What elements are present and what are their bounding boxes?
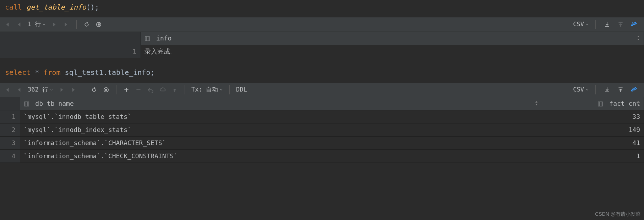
revert-icon[interactable] bbox=[146, 85, 155, 95]
first-page-icon[interactable] bbox=[2, 85, 12, 95]
header-row: db_tb_name fact_cnt bbox=[0, 97, 644, 110]
row-number: 2 bbox=[0, 123, 20, 137]
cell-db-tb-name[interactable]: `mysql`.`innodb_table_stats` bbox=[20, 110, 542, 123]
export-format-label: CSV bbox=[573, 20, 584, 29]
separator bbox=[185, 85, 185, 94]
sql-keyword: call bbox=[5, 3, 22, 11]
upload-icon[interactable] bbox=[616, 85, 626, 95]
last-page-icon[interactable] bbox=[69, 85, 79, 95]
separator bbox=[76, 20, 77, 29]
sql-punct: ; bbox=[150, 68, 154, 77]
export-format-dropdown[interactable]: CSV bbox=[573, 20, 589, 29]
chevron-down-icon bbox=[219, 88, 223, 92]
sql-identifier: sql_test1.table_info bbox=[65, 68, 151, 77]
column-icon bbox=[144, 36, 150, 42]
remove-row-icon[interactable] bbox=[133, 85, 143, 95]
first-page-icon[interactable] bbox=[2, 20, 12, 29]
table-row[interactable]: 2 `mysql`.`innodb_index_stats` 149 bbox=[0, 123, 644, 137]
tx-mode-label: Tx: 自动 bbox=[191, 86, 218, 94]
sql-keyword: select bbox=[5, 68, 31, 77]
sql-function: get_table_info bbox=[26, 3, 86, 11]
separator bbox=[229, 85, 230, 94]
download-icon[interactable] bbox=[602, 20, 612, 29]
prev-page-icon[interactable] bbox=[14, 20, 24, 29]
column-header-fact-cnt[interactable]: fact_cnt bbox=[542, 97, 644, 110]
column-header-label: fact_cnt bbox=[609, 100, 640, 107]
row-number: 1 bbox=[0, 45, 141, 58]
row-number: 3 bbox=[0, 137, 20, 150]
column-icon bbox=[24, 101, 29, 107]
header-row: info bbox=[0, 32, 644, 45]
row-count-label: 1 行 bbox=[28, 20, 41, 29]
row-number: 1 bbox=[0, 110, 20, 123]
cell-fact-cnt[interactable]: 1 bbox=[542, 150, 644, 163]
cell-fact-cnt[interactable]: 33 bbox=[542, 110, 644, 123]
column-header-info[interactable]: info bbox=[141, 32, 644, 45]
row-count-dropdown[interactable]: 362 行 bbox=[26, 86, 55, 94]
reload-icon[interactable] bbox=[82, 20, 92, 29]
result-grid-1: info 1 录入完成。 bbox=[0, 32, 644, 58]
table-row[interactable]: 1 `mysql`.`innodb_table_stats` 33 bbox=[0, 110, 644, 123]
cell-fact-cnt[interactable]: 149 bbox=[542, 123, 644, 137]
stop-icon[interactable] bbox=[94, 20, 104, 29]
download-icon[interactable] bbox=[602, 85, 612, 95]
chevron-down-icon bbox=[42, 23, 46, 26]
prev-page-icon[interactable] bbox=[14, 85, 24, 95]
sql-query-2: select * from sql_test1.table_info; bbox=[0, 65, 644, 82]
sql-query-1: call get_table_info(); bbox=[0, 0, 644, 17]
sql-punct: (); bbox=[86, 3, 99, 11]
sql-keyword: from bbox=[43, 68, 60, 77]
column-sort-icon[interactable] bbox=[637, 35, 640, 42]
upload-icon[interactable] bbox=[616, 20, 626, 29]
row-number: 4 bbox=[0, 150, 20, 163]
rownum-header bbox=[0, 32, 141, 45]
cell-fact-cnt[interactable]: 41 bbox=[542, 137, 644, 150]
separator bbox=[84, 85, 84, 94]
column-header-label: info bbox=[156, 34, 171, 42]
table-row[interactable]: 1 录入完成。 bbox=[0, 45, 644, 58]
cell-db-tb-name[interactable]: `mysql`.`innodb_index_stats` bbox=[20, 123, 542, 137]
column-header-db-tb-name[interactable]: db_tb_name bbox=[20, 97, 542, 110]
export-format-label: CSV bbox=[573, 86, 584, 94]
tx-mode-dropdown[interactable]: Tx: 自动 bbox=[190, 86, 224, 94]
column-icon bbox=[597, 101, 603, 107]
reload-icon[interactable] bbox=[89, 85, 99, 95]
result-toolbar-2: 362 行 Tx: 自动 DDL CSV bbox=[0, 82, 644, 97]
table-row[interactable]: 3 `information_schema`.`CHARACTER_SETS` … bbox=[0, 137, 644, 150]
row-count-label: 362 行 bbox=[28, 86, 48, 94]
last-page-icon[interactable] bbox=[61, 20, 71, 29]
stop-icon[interactable] bbox=[101, 85, 111, 95]
export-format-dropdown[interactable]: CSV bbox=[573, 86, 589, 94]
settings-icon[interactable] bbox=[629, 20, 639, 29]
rownum-header bbox=[0, 97, 20, 110]
separator bbox=[595, 20, 596, 29]
cell-db-tb-name[interactable]: `information_schema`.`CHECK_CONSTRAINTS` bbox=[20, 150, 542, 163]
chevron-down-icon bbox=[50, 88, 53, 92]
cell-info[interactable]: 录入完成。 bbox=[141, 45, 644, 58]
sql-star: * bbox=[35, 68, 39, 77]
next-page-icon[interactable] bbox=[57, 85, 67, 95]
separator bbox=[595, 85, 596, 94]
commit-icon[interactable] bbox=[170, 85, 180, 95]
chevron-down-icon bbox=[585, 88, 589, 92]
column-header-label: db_tb_name bbox=[35, 100, 73, 107]
separator bbox=[116, 85, 116, 94]
result-grid-2: db_tb_name fact_cnt 1 `mysql`.`innodb_ta… bbox=[0, 97, 644, 163]
column-sort-icon[interactable] bbox=[637, 100, 640, 107]
column-sort-icon[interactable] bbox=[535, 100, 538, 107]
settings-icon[interactable] bbox=[629, 85, 639, 95]
next-page-icon[interactable] bbox=[49, 20, 59, 29]
preview-changes-icon[interactable] bbox=[158, 85, 168, 95]
ddl-label: DDL bbox=[236, 86, 247, 94]
row-count-dropdown[interactable]: 1 行 bbox=[26, 20, 47, 29]
add-row-icon[interactable] bbox=[121, 85, 131, 95]
result-toolbar-1: 1 行 CSV bbox=[0, 17, 644, 32]
cell-db-tb-name[interactable]: `information_schema`.`CHARACTER_SETS` bbox=[20, 137, 542, 150]
table-row[interactable]: 4 `information_schema`.`CHECK_CONSTRAINT… bbox=[0, 150, 644, 163]
ddl-button[interactable]: DDL bbox=[235, 86, 249, 94]
chevron-down-icon bbox=[585, 23, 589, 26]
